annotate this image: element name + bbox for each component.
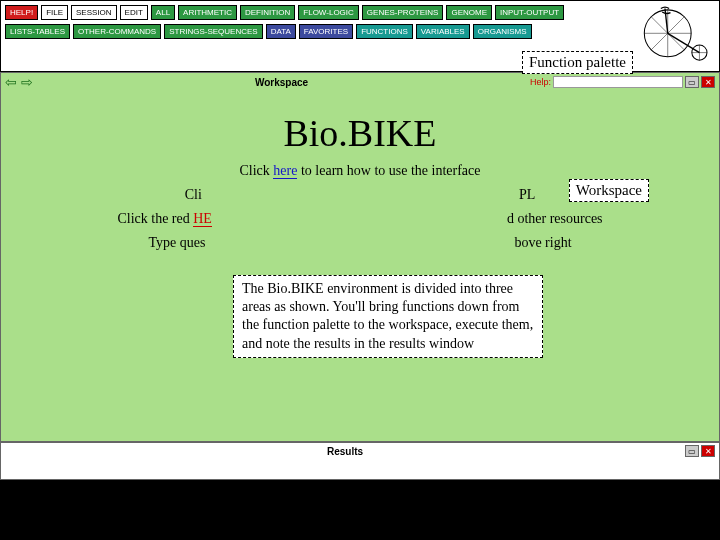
function-palette-label: Function palette <box>522 51 633 74</box>
workspace-area: ⇦ ⇨ Workspace Help: ▭ ✕ Workspace Bio.BI… <box>0 72 720 442</box>
workspace-label: Workspace <box>569 179 649 202</box>
explanation-callout: The Bio.BIKE environment is divided into… <box>233 275 543 358</box>
results-toolbar: Results ▭ ✕ <box>1 443 719 459</box>
back-arrow-icon[interactable]: ⇦ <box>5 74 17 90</box>
close-button[interactable]: ✕ <box>701 76 715 88</box>
menu-organisms[interactable]: ORGANISMS <box>473 24 532 39</box>
menu-definition[interactable]: DEFINITION <box>240 5 295 20</box>
svg-line-9 <box>651 17 668 34</box>
bottom-bar <box>0 480 720 540</box>
results-expand-button[interactable]: ▭ <box>685 445 699 457</box>
svg-line-7 <box>651 33 668 50</box>
menu-strings-sequences[interactable]: STRINGS-SEQUENCES <box>164 24 262 39</box>
menu-variables[interactable]: VARIABLES <box>416 24 470 39</box>
menu-help-[interactable]: HELP! <box>5 5 38 20</box>
menu-other-commands[interactable]: OTHER-COMMANDS <box>73 24 161 39</box>
intro-line-4: Type ques bove right <box>1 235 719 251</box>
menu-edit[interactable]: EDIT <box>120 5 148 20</box>
biobike-logo-text: Bio.BIKE <box>1 111 719 155</box>
intro-line-3: Click the red HE d other resources <box>1 211 719 227</box>
menu-genome[interactable]: GENOME <box>446 5 492 20</box>
svg-line-14 <box>668 33 700 52</box>
menu-lists-tables[interactable]: LISTS-TABLES <box>5 24 70 39</box>
palette-row-1: HELP!FILESESSIONEDITALLARITHMETICDEFINIT… <box>3 3 635 22</box>
menu-arithmetic[interactable]: ARITHMETIC <box>178 5 237 20</box>
function-palette-area: HELP!FILESESSIONEDITALLARITHMETICDEFINIT… <box>0 0 720 72</box>
svg-line-15 <box>665 9 668 34</box>
results-close-button[interactable]: ✕ <box>701 445 715 457</box>
results-title: Results <box>5 446 685 457</box>
help-search-input[interactable] <box>553 76 683 88</box>
menu-data[interactable]: DATA <box>266 24 296 39</box>
menu-all[interactable]: ALL <box>151 5 175 20</box>
help-link[interactable]: HE <box>193 211 212 227</box>
menu-input-output[interactable]: INPUT-OUTPUT <box>495 5 564 20</box>
menu-genes-proteins[interactable]: GENES-PROTEINS <box>362 5 444 20</box>
forward-arrow-icon[interactable]: ⇨ <box>21 74 33 90</box>
menu-session[interactable]: SESSION <box>71 5 117 20</box>
menu-functions[interactable]: FUNCTIONS <box>356 24 413 39</box>
results-area: Results ▭ ✕ Results window <box>0 442 720 480</box>
workspace-toolbar: ⇦ ⇨ Workspace Help: ▭ ✕ <box>1 73 719 91</box>
menu-file[interactable]: FILE <box>41 5 68 20</box>
menu-favorites[interactable]: FAVORITES <box>299 24 353 39</box>
intro-line-1: Click here to learn how to use the inter… <box>1 163 719 179</box>
menu-flow-logic[interactable]: FLOW-LOGIC <box>298 5 359 20</box>
workspace-content: Bio.BIKE Click here to learn how to use … <box>1 91 719 251</box>
workspace-title: Workspace <box>33 77 530 88</box>
bicycle-logo <box>639 3 713 65</box>
help-label: Help: <box>530 77 551 87</box>
expand-button[interactable]: ▭ <box>685 76 699 88</box>
learn-link[interactable]: here <box>273 163 297 179</box>
svg-line-3 <box>668 17 685 34</box>
palette-row-2: LISTS-TABLESOTHER-COMMANDSSTRINGS-SEQUEN… <box>3 22 635 41</box>
